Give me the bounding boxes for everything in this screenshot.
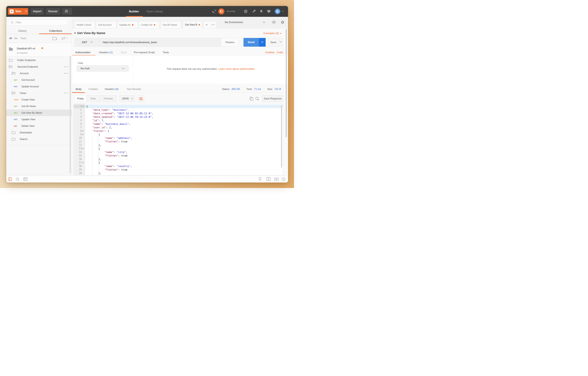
fold-arrow-icon[interactable] — [82, 106, 84, 107]
new-tab-button[interactable]: + — [204, 21, 210, 28]
sidebar-scrollbar[interactable] — [70, 56, 71, 174]
save-response-button[interactable]: Save Response — [262, 95, 283, 102]
save-options-button[interactable] — [279, 38, 282, 46]
interceptor-button[interactable] — [243, 6, 248, 17]
fold-arrow-icon[interactable] — [82, 134, 84, 135]
sidebar-request-create-view[interactable]: POSTCreate View — [6, 96, 72, 103]
shortcuts-button[interactable] — [274, 176, 279, 183]
sidebar-folder-public-endpoints[interactable]: Public Endpoints — [6, 57, 72, 63]
copy-response-button[interactable] — [249, 96, 254, 101]
sidebar-request-get-all-views[interactable]: GETGet All Views — [6, 103, 72, 110]
account-caret-icon[interactable] — [282, 6, 284, 17]
tips-button[interactable] — [258, 176, 262, 183]
params-button[interactable]: Params — [221, 38, 239, 46]
url-input[interactable]: https://api.datafiniti.co/v4/views/busin… — [100, 38, 221, 46]
two-pane-view-button[interactable] — [266, 176, 271, 183]
tab-more-button[interactable] — [210, 21, 216, 28]
method-select[interactable]: GET — [75, 38, 100, 46]
tab-history[interactable]: History — [15, 28, 30, 34]
sort-button[interactable] — [61, 34, 68, 43]
send-options-button[interactable] — [259, 38, 266, 47]
fold-arrow-icon[interactable] — [82, 131, 84, 132]
tab-body[interactable]: Body — [121, 49, 127, 55]
sidebar-request-delete-view[interactable]: DELDelete View — [6, 123, 72, 129]
folder-more-button[interactable] — [64, 70, 68, 77]
notifications-button[interactable] — [259, 6, 263, 17]
console-button[interactable] — [23, 176, 28, 183]
environment-caret-icon — [263, 21, 265, 23]
main-scrollbar[interactable] — [286, 29, 287, 137]
toggle-sidebar-button[interactable] — [8, 176, 13, 183]
sidebar-folder-search[interactable]: Search — [6, 136, 72, 142]
scope-all[interactable]: All — [9, 34, 12, 43]
help-button[interactable]: ? — [281, 176, 286, 183]
auth-type-select[interactable]: No Auth — [76, 65, 129, 72]
request-tab-health-check[interactable]: Health Check — [75, 21, 95, 28]
environment-select[interactable]: No Environment — [222, 19, 268, 25]
send-button[interactable]: Send — [243, 38, 259, 47]
editor-scrollbar[interactable] — [281, 105, 282, 168]
collapse-request-icon[interactable] — [75, 32, 76, 34]
environment-settings-button[interactable] — [279, 19, 286, 25]
new-dropdown-caret-icon[interactable] — [25, 11, 27, 12]
sidebar-folder-downloads[interactable]: Downloads — [6, 129, 72, 136]
new-folder-button[interactable] — [52, 34, 57, 43]
collection-header[interactable]: Datafiniti API v4 ★ 32 requests — [6, 43, 72, 57]
view-preview-button[interactable]: Preview — [100, 95, 117, 102]
response-tab-cookies[interactable]: Cookies — [88, 85, 98, 93]
new-button[interactable]: New — [8, 8, 28, 15]
language-select[interactable]: JSON — [120, 95, 135, 102]
sync-status-button[interactable] — [218, 6, 225, 17]
save-button[interactable]: Save — [268, 38, 279, 46]
sidebar-folder-account[interactable]: Account — [6, 70, 72, 77]
nav-tab-team-library[interactable]: Team Library — [146, 6, 163, 17]
search-response-button[interactable] — [255, 96, 260, 101]
tab-headers[interactable]: Headers (1) — [99, 49, 113, 55]
fold-arrow-icon[interactable] — [82, 148, 84, 149]
runner-button[interactable]: Runner — [46, 8, 60, 15]
tab-authorization[interactable]: Authorization — [75, 49, 90, 55]
view-pretty-button[interactable]: Pretty — [75, 95, 87, 102]
tab-collections[interactable]: Collections — [46, 28, 65, 34]
settings-menu-button[interactable] — [251, 6, 257, 17]
open-new-window-button[interactable] — [62, 8, 72, 15]
sidebar-folder-secured-endpoints[interactable]: Secured Endpoints — [6, 63, 72, 70]
global-search-button[interactable] — [15, 176, 20, 183]
environment-quicklook-button[interactable] — [271, 19, 277, 25]
sidebar-request-get-view-by-name[interactable]: GETGet View By Name — [6, 110, 72, 116]
filter-input[interactable]: Filter — [8, 20, 68, 26]
import-button[interactable]: Import — [31, 8, 44, 15]
sidebar-request-update-view[interactable]: PUTUpdate View — [6, 116, 72, 123]
sidebar-folder-views[interactable]: Views — [6, 90, 72, 96]
request-tab-get-account[interactable]: Get Account — [96, 21, 117, 28]
request-tab-create-vie[interactable]: Create Vie — [139, 21, 159, 28]
request-label: Update Account — [22, 85, 39, 88]
proxy-button[interactable] — [211, 6, 217, 17]
sidebar-request-get-account[interactable]: GETGet Account — [6, 77, 72, 83]
request-tab-get-all-views[interactable]: Get All Views — [161, 21, 181, 28]
favorites-button[interactable] — [267, 6, 271, 17]
scope-team[interactable]: Team — [21, 34, 26, 43]
auth-learn-more-link[interactable]: Learn more about authorization — [218, 67, 255, 70]
folder-more-button[interactable] — [64, 63, 68, 70]
response-tab-headers[interactable]: Headers (6) — [105, 85, 119, 93]
tab-tests[interactable]: Tests — [163, 49, 169, 55]
time-value: 71 ms — [254, 88, 261, 91]
star-icon[interactable]: ★ — [41, 46, 44, 50]
folder-more-button[interactable] — [64, 90, 68, 96]
scope-me[interactable]: Me — [14, 34, 18, 43]
examples-dropdown[interactable]: Examples (0) — [263, 32, 282, 35]
response-tab-test-results[interactable]: Test Results — [127, 85, 141, 93]
request-tab-get-view-b[interactable]: Get View B — [183, 21, 202, 28]
fold-arrow-icon[interactable] — [82, 162, 84, 163]
nav-tab-builder[interactable]: Builder — [129, 6, 139, 17]
request-tab-update-ac[interactable]: Update Ac — [117, 21, 138, 28]
cookies-link[interactable]: Cookies — [265, 51, 274, 54]
view-raw-button[interactable]: Raw — [87, 95, 100, 102]
response-tab-body[interactable]: Body — [76, 85, 82, 93]
sidebar-request-update-account[interactable]: PUTUpdate Account — [6, 83, 72, 90]
account-button[interactable] — [275, 6, 280, 17]
wrap-text-button[interactable] — [138, 95, 144, 102]
code-link[interactable]: Code — [277, 51, 283, 54]
tab-pre-request-script[interactable]: Pre-request Script — [134, 49, 155, 55]
